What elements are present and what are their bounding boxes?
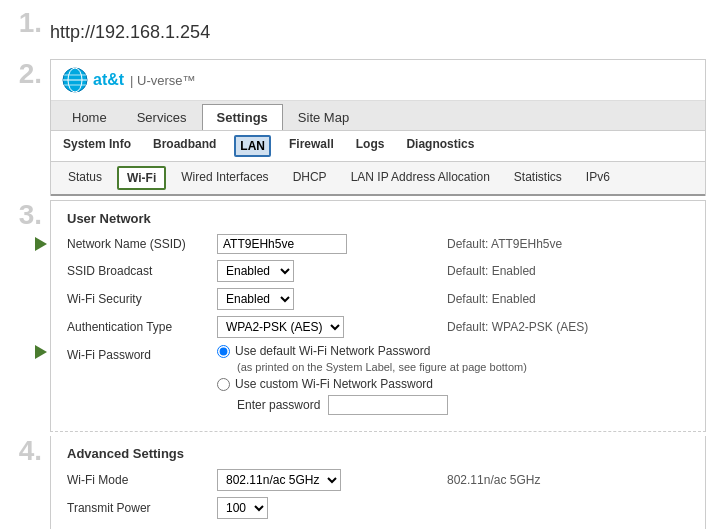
custom-password-input[interactable] [328, 395, 448, 415]
user-network-title: User Network [67, 211, 689, 226]
nav-broadband[interactable]: Broadband [149, 135, 220, 157]
wifi-security-default: Default: Enabled [447, 292, 689, 306]
top-nav-services[interactable]: Services [122, 104, 202, 130]
advanced-settings-section: Advanced Settings Wi-Fi Mode 802.11n/ac … [51, 436, 705, 529]
att-brand-text: at&t [93, 71, 124, 89]
use-custom-password-radio[interactable] [217, 378, 230, 391]
tab-dhcp[interactable]: DHCP [284, 166, 336, 190]
wifi-mode-control: 802.11n/ac 5GHz 802.11n 2.4GHz [217, 469, 417, 491]
wifi-security-control: Enabled Disabled [217, 288, 417, 310]
step4-number: 4. [0, 436, 50, 467]
transmit-power-select[interactable]: 100 75 50 25 [217, 497, 268, 519]
top-nav-settings[interactable]: Settings [202, 104, 283, 130]
third-nav: Status Wi-Fi Wired Interfaces DHCP LAN I… [51, 162, 705, 196]
network-name-control [217, 234, 417, 254]
auth-type-label: Authentication Type [67, 320, 217, 334]
ssid-broadcast-select[interactable]: Enabled Disabled [217, 260, 294, 282]
network-name-row: Network Name (SSID) Default: ATT9EHh5ve [67, 234, 689, 254]
wifi-security-row: Wi-Fi Security Enabled Disabled Default:… [67, 288, 689, 310]
tab-status[interactable]: Status [59, 166, 111, 190]
advanced-settings-title: Advanced Settings [67, 446, 689, 461]
nav-lan[interactable]: LAN [234, 135, 271, 157]
att-uverse-text: | U-verse™ [130, 73, 196, 88]
transmit-power-control: 100 75 50 25 [217, 497, 417, 519]
wifi-security-select[interactable]: Enabled Disabled [217, 288, 294, 310]
wifi-mode-row: Wi-Fi Mode 802.11n/ac 5GHz 802.11n 2.4GH… [67, 469, 689, 491]
auth-type-default: Default: WPA2-PSK (AES) [447, 320, 689, 334]
network-name-label: Network Name (SSID) [67, 237, 217, 251]
step1-number: 1. [0, 8, 50, 39]
transmit-power-label: Transmit Power [67, 501, 217, 515]
password-arrow-icon [35, 345, 47, 359]
tab-ipv6[interactable]: IPv6 [577, 166, 619, 190]
step3-number: 3. [0, 200, 50, 231]
ssid-default: Default: ATT9EHh5ve [447, 237, 689, 251]
ssid-broadcast-default: Default: Enabled [447, 264, 689, 278]
transmit-power-row: Transmit Power 100 75 50 25 [67, 497, 689, 519]
ssid-input[interactable] [217, 234, 347, 254]
use-custom-password-text: Use custom Wi-Fi Network Password [235, 377, 433, 391]
url-display: http://192.168.1.254 [50, 14, 706, 49]
ssid-broadcast-label: SSID Broadcast [67, 264, 217, 278]
logo-bar: at&t | U-verse™ [51, 60, 705, 101]
use-default-password-label[interactable]: Use default Wi-Fi Network Password [217, 344, 689, 358]
ssid-broadcast-control: Enabled Disabled [217, 260, 417, 282]
auth-type-select[interactable]: WPA2-PSK (AES) WPA-PSK (TKIP) WEP [217, 316, 344, 338]
nav-diagnostics[interactable]: Diagnostics [402, 135, 478, 157]
tab-statistics[interactable]: Statistics [505, 166, 571, 190]
auth-type-control: WPA2-PSK (AES) WPA-PSK (TKIP) WEP [217, 316, 417, 338]
wifi-password-row: Wi-Fi Password Use default Wi-Fi Network… [67, 344, 689, 415]
enter-password-label: Enter password [237, 398, 320, 412]
tab-wired-interfaces[interactable]: Wired Interfaces [172, 166, 277, 190]
use-default-password-text: Use default Wi-Fi Network Password [235, 344, 430, 358]
wifi-password-label: Wi-Fi Password [67, 344, 217, 362]
wifi-mode-default: 802.11n/ac 5GHz [447, 473, 689, 487]
top-nav: Home Services Settings Site Map [51, 101, 705, 131]
enter-password-row: Enter password [237, 395, 689, 415]
ssid-arrow-icon [35, 237, 47, 251]
step2-number: 2. [0, 59, 50, 90]
tab-lan-ip[interactable]: LAN IP Address Allocation [342, 166, 499, 190]
use-custom-password-label[interactable]: Use custom Wi-Fi Network Password [217, 377, 689, 391]
wifi-mode-label: Wi-Fi Mode [67, 473, 217, 487]
wifi-security-label: Wi-Fi Security [67, 292, 217, 306]
password-options: Use default Wi-Fi Network Password (as p… [217, 344, 689, 415]
tab-wifi[interactable]: Wi-Fi [117, 166, 166, 190]
ssid-broadcast-row: SSID Broadcast Enabled Disabled Default:… [67, 260, 689, 282]
att-globe-icon [61, 66, 89, 94]
auth-type-row: Authentication Type WPA2-PSK (AES) WPA-P… [67, 316, 689, 338]
second-nav: System Info Broadband LAN Firewall Logs … [51, 131, 705, 162]
password-default-note: (as printed on the System Label, see fig… [237, 361, 689, 373]
att-logo: at&t | U-verse™ [61, 66, 196, 94]
nav-firewall[interactable]: Firewall [285, 135, 338, 157]
top-nav-sitemap[interactable]: Site Map [283, 104, 364, 130]
att-header: at&t | U-verse™ Home Services Settings S… [50, 59, 706, 196]
nav-logs[interactable]: Logs [352, 135, 389, 157]
nav-system-info[interactable]: System Info [59, 135, 135, 157]
wifi-mode-select[interactable]: 802.11n/ac 5GHz 802.11n 2.4GHz [217, 469, 341, 491]
use-default-password-radio[interactable] [217, 345, 230, 358]
top-nav-home[interactable]: Home [57, 104, 122, 130]
